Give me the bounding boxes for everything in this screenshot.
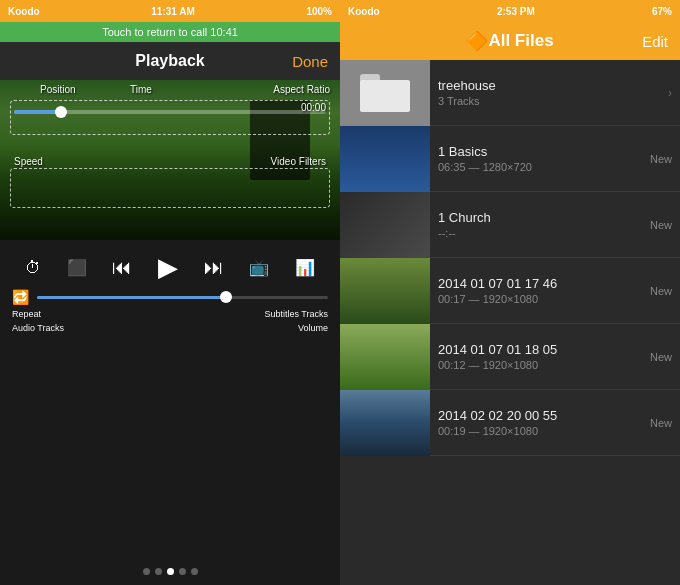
file-meta-vid1: 00:17 — 1920×1080 bbox=[438, 293, 672, 305]
clock-icon[interactable]: ⏱ bbox=[25, 259, 41, 277]
video-person bbox=[250, 100, 310, 180]
vlc-logo: 🔶 bbox=[466, 30, 488, 52]
file-meta-vid3: 00:19 — 1920×1080 bbox=[438, 425, 672, 437]
status-bar-right: Koodo 2:53 PM 67% bbox=[340, 0, 680, 22]
file-name-basics: 1 Basics bbox=[438, 144, 672, 159]
nav-bar-right: 🔶 All Files Edit bbox=[340, 22, 680, 60]
filter-icon[interactable]: 📊 bbox=[295, 258, 315, 277]
file-info-vid3: 2014 02 02 20 00 55 00:19 — 1920×1080 bbox=[430, 402, 680, 443]
page-dots bbox=[0, 558, 340, 585]
right-panel: Koodo 2:53 PM 67% 🔶 All Files Edit treeh… bbox=[340, 0, 680, 585]
time-right: 2:53 PM bbox=[497, 6, 535, 17]
dot-4[interactable] bbox=[179, 568, 186, 575]
new-badge-church: New bbox=[650, 219, 672, 231]
volume-label: Volume bbox=[298, 323, 328, 333]
chevron-treehouse: › bbox=[668, 86, 672, 100]
fastforward-button[interactable]: ⏭ bbox=[204, 256, 224, 279]
file-meta-vid2: 00:12 — 1920×1080 bbox=[438, 359, 672, 371]
file-item-treehouse[interactable]: treehouse 3 Tracks › bbox=[340, 60, 680, 126]
carrier-left: Koodo bbox=[8, 6, 40, 17]
thumb-treehouse bbox=[340, 60, 430, 126]
video-background bbox=[0, 80, 340, 240]
file-meta-basics: 06:35 — 1280×720 bbox=[438, 161, 672, 173]
thumb-vid1 bbox=[340, 258, 430, 324]
video-area: Position Time Aspect Ratio 00:00 Speed V… bbox=[0, 80, 340, 240]
volume-row: 🔁 bbox=[12, 289, 328, 305]
edit-button[interactable]: Edit bbox=[642, 33, 668, 50]
controls-area: ⏱ ⬛ ⏮ ▶ ⏭ 📺 📊 🔁 Repeat Subtitles Trac bbox=[0, 240, 340, 558]
file-info-church: 1 Church --:-- bbox=[430, 204, 680, 245]
file-name-church: 1 Church bbox=[438, 210, 672, 225]
file-item-vid3[interactable]: 2014 02 02 20 00 55 00:19 — 1920×1080 Ne… bbox=[340, 390, 680, 456]
volume-thumb[interactable] bbox=[220, 291, 232, 303]
thumb-church bbox=[340, 192, 430, 258]
file-item-vid1[interactable]: 2014 01 07 01 17 46 00:17 — 1920×1080 Ne… bbox=[340, 258, 680, 324]
nav-bar-left: Playback Done bbox=[0, 42, 340, 80]
new-badge-vid1: New bbox=[650, 285, 672, 297]
volume-fill bbox=[37, 296, 226, 299]
file-name-vid3: 2014 02 02 20 00 55 bbox=[438, 408, 672, 423]
play-button[interactable]: ▶ bbox=[158, 252, 178, 283]
file-info-vid2: 2014 01 07 01 18 05 00:12 — 1920×1080 bbox=[430, 336, 680, 377]
call-banner[interactable]: Touch to return to call 10:41 bbox=[0, 22, 340, 42]
thumb-vid3 bbox=[340, 390, 430, 456]
file-name-vid2: 2014 01 07 01 18 05 bbox=[438, 342, 672, 357]
files-list: treehouse 3 Tracks › 1 Basics 06:35 — 12… bbox=[340, 60, 680, 585]
all-files-title: All Files bbox=[488, 31, 553, 51]
status-bar-left: Koodo 11:31 AM 100% bbox=[0, 0, 340, 22]
done-button[interactable]: Done bbox=[292, 53, 328, 70]
file-meta-treehouse: 3 Tracks bbox=[438, 95, 672, 107]
file-name-vid1: 2014 01 07 01 17 46 bbox=[438, 276, 672, 291]
dot-5[interactable] bbox=[191, 568, 198, 575]
controls-row: ⏱ ⬛ ⏮ ▶ ⏭ 📺 📊 bbox=[12, 252, 328, 283]
repeat-label: Repeat bbox=[12, 309, 41, 319]
thumb-basics bbox=[340, 126, 430, 192]
screen-icon[interactable]: ⬛ bbox=[67, 258, 87, 277]
rewind-button[interactable]: ⏮ bbox=[112, 256, 132, 279]
dot-2[interactable] bbox=[155, 568, 162, 575]
file-item-church[interactable]: 1 Church --:-- New bbox=[340, 192, 680, 258]
left-panel: Koodo 11:31 AM 100% Touch to return to c… bbox=[0, 0, 340, 585]
battery-left: 100% bbox=[306, 6, 332, 17]
dot-1[interactable] bbox=[143, 568, 150, 575]
file-meta-church: --:-- bbox=[438, 227, 672, 239]
file-info-basics: 1 Basics 06:35 — 1280×720 bbox=[430, 138, 680, 179]
cast-icon[interactable]: 📺 bbox=[249, 258, 269, 277]
time-left: 11:31 AM bbox=[151, 6, 195, 17]
file-info-treehouse: treehouse 3 Tracks bbox=[430, 72, 680, 113]
new-badge-basics: New bbox=[650, 153, 672, 165]
thumb-vid2 bbox=[340, 324, 430, 390]
subtitles-tracks-label: Subtitles Tracks bbox=[264, 309, 328, 319]
file-name-treehouse: treehouse bbox=[438, 78, 672, 93]
playback-title: Playback bbox=[135, 52, 204, 70]
volume-track[interactable] bbox=[37, 296, 328, 299]
dot-3[interactable] bbox=[167, 568, 174, 575]
file-item-vid2[interactable]: 2014 01 07 01 18 05 00:12 — 1920×1080 Ne… bbox=[340, 324, 680, 390]
file-item-basics[interactable]: 1 Basics 06:35 — 1280×720 New bbox=[340, 126, 680, 192]
bottom-labels-2: Audio Tracks Volume bbox=[12, 323, 328, 333]
file-info-vid1: 2014 01 07 01 17 46 00:17 — 1920×1080 bbox=[430, 270, 680, 311]
new-badge-vid3: New bbox=[650, 417, 672, 429]
battery-right: 67% bbox=[652, 6, 672, 17]
audio-tracks-label: Audio Tracks bbox=[12, 323, 64, 333]
carrier-right: Koodo bbox=[348, 6, 380, 17]
new-badge-vid2: New bbox=[650, 351, 672, 363]
repeat-icon[interactable]: 🔁 bbox=[12, 289, 29, 305]
bottom-labels: Repeat Subtitles Tracks bbox=[12, 309, 328, 319]
